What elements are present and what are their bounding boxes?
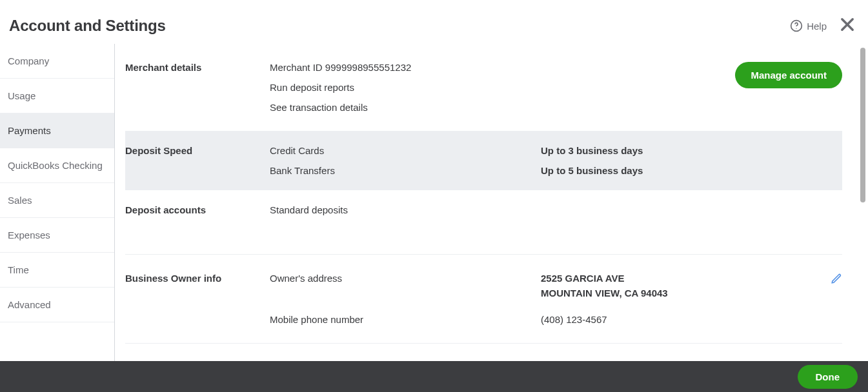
sidebar-item-time[interactable]: Time [0, 253, 114, 288]
section-title-deposit-accounts: Deposit accounts [125, 204, 270, 215]
run-deposit-reports-link[interactable]: Run deposit reports [270, 82, 541, 93]
help-button[interactable]: Help [790, 19, 827, 32]
pencil-icon [831, 273, 842, 284]
footer: Done [0, 361, 868, 392]
page-title: Account and Settings [9, 17, 166, 35]
deposit-speed-bank-transfers-label: Bank Transfers [270, 165, 541, 176]
manage-account-button[interactable]: Manage account [735, 62, 842, 88]
content-scroll[interactable]: Merchant details Merchant ID 99999989555… [115, 44, 868, 365]
edit-owner-info-button[interactable] [831, 273, 842, 287]
section-merchant-details: Merchant details Merchant ID 99999989555… [125, 44, 842, 131]
owner-address-label: Owner's address [270, 273, 541, 284]
sidebar: Company Usage Payments QuickBooks Checki… [0, 44, 115, 365]
owner-address-line2: MOUNTAIN VIEW, CA 94043 [541, 288, 668, 299]
deposit-speed-credit-cards-value: Up to 3 business days [541, 145, 643, 156]
deposit-speed-credit-cards-label: Credit Cards [270, 145, 541, 156]
section-title-deposit-speed: Deposit Speed [125, 145, 270, 176]
owner-phone-value: (408) 123-4567 [541, 314, 607, 325]
sidebar-item-advanced[interactable]: Advanced [0, 288, 114, 322]
help-label: Help [807, 21, 827, 32]
sidebar-item-quickbooks-checking[interactable]: QuickBooks Checking [0, 148, 114, 183]
deposit-speed-row: Bank Transfers Up to 5 business days [270, 165, 713, 176]
close-button[interactable] [838, 15, 856, 36]
deposit-accounts-value: Standard deposits [270, 204, 541, 215]
deposit-speed-row: Credit Cards Up to 3 business days [270, 145, 713, 156]
sidebar-item-company[interactable]: Company [0, 44, 114, 79]
done-button[interactable]: Done [798, 365, 858, 389]
sidebar-item-expenses[interactable]: Expenses [0, 218, 114, 253]
section-deposit-speed[interactable]: Deposit Speed Credit Cards Up to 3 busin… [125, 131, 842, 190]
see-transaction-details-link[interactable]: See transaction details [270, 102, 541, 113]
section-business-owner-info: Business Owner info Owner's address 2525… [125, 255, 842, 344]
close-icon [838, 15, 856, 34]
section-title-merchant: Merchant details [125, 62, 270, 113]
scrollbar-thumb[interactable] [860, 48, 865, 202]
sidebar-item-payments[interactable]: Payments [0, 113, 114, 148]
owner-address-line1: 2525 GARCIA AVE [541, 273, 625, 284]
svg-point-1 [796, 28, 796, 29]
section-title-owner-info: Business Owner info [125, 273, 270, 325]
merchant-id: Merchant ID 9999998955551232 [270, 62, 541, 73]
section-deposit-accounts[interactable]: Deposit accounts Standard deposits [125, 190, 842, 255]
sidebar-item-sales[interactable]: Sales [0, 183, 114, 218]
sidebar-item-usage[interactable]: Usage [0, 79, 114, 113]
deposit-speed-bank-transfers-value: Up to 5 business days [541, 165, 643, 176]
help-icon [790, 19, 803, 32]
owner-phone-label: Mobile phone number [270, 314, 541, 325]
